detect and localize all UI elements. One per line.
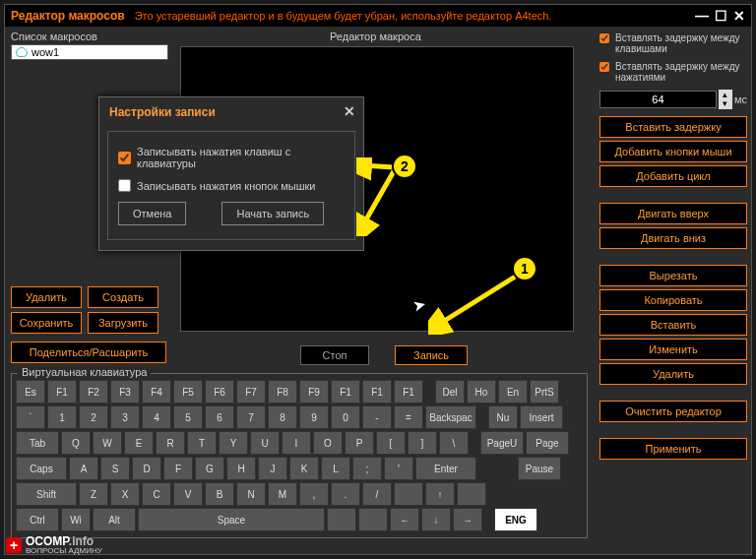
key-F8[interactable]: F8	[268, 380, 297, 404]
key-Wi[interactable]: Wi	[61, 508, 91, 531]
key-N[interactable]: N	[236, 482, 266, 506]
key-F1[interactable]: F1	[394, 380, 423, 404]
key-↑[interactable]: ↑	[425, 482, 455, 506]
key-Ctrl[interactable]: Ctrl	[16, 508, 59, 531]
dialog-close-icon[interactable]: ✕	[344, 103, 355, 119]
key-E[interactable]: E	[124, 431, 154, 455]
start-record-button[interactable]: Начать запись	[221, 202, 324, 225]
key-/[interactable]: /	[362, 482, 392, 506]
key-;[interactable]: ;	[352, 457, 382, 480]
create-button[interactable]: Создать	[88, 286, 158, 308]
key-F9[interactable]: F9	[299, 380, 329, 404]
add-mouse-button[interactable]: Добавить кнопки мыши	[599, 141, 747, 162]
insert-delay-press-checkbox[interactable]: Вставлять задержку между нажатиями	[599, 61, 747, 83]
key-A[interactable]: A	[69, 457, 98, 480]
key-`[interactable]: `	[16, 405, 45, 429]
record-keyboard-checkbox[interactable]: Записывать нажатия клавиш с клавиатуры	[118, 146, 345, 169]
copy-button[interactable]: Копировать	[599, 289, 747, 311]
key-blank[interactable]	[394, 482, 423, 506]
delay-spinner[interactable]: ▴▾	[719, 90, 732, 109]
key-blank[interactable]	[327, 508, 356, 531]
key-T[interactable]: T	[187, 431, 217, 455]
key-Del[interactable]: Del	[435, 380, 465, 404]
stop-button[interactable]: Стоп	[300, 345, 369, 365]
key-2[interactable]: 2	[79, 405, 108, 429]
key-Alt[interactable]: Alt	[93, 508, 136, 531]
key-F4[interactable]: F4	[142, 380, 171, 404]
key-.[interactable]: .	[331, 482, 360, 506]
key-H[interactable]: H	[226, 457, 256, 480]
key-,[interactable]: ,	[299, 482, 329, 506]
key-F2[interactable]: F2	[79, 380, 108, 404]
key-7[interactable]: 7	[236, 405, 266, 429]
key-Z[interactable]: Z	[79, 482, 108, 506]
key-F6[interactable]: F6	[205, 380, 234, 404]
clear-editor-button[interactable]: Очистить редактор	[599, 401, 747, 422]
key-'[interactable]: '	[384, 457, 413, 480]
close-icon[interactable]: ✕	[733, 8, 745, 24]
key-Pause[interactable]: Pause	[518, 457, 561, 480]
key-U[interactable]: U	[250, 431, 280, 455]
key-P[interactable]: P	[345, 431, 374, 455]
cut-button[interactable]: Вырезать	[599, 265, 747, 286]
key-Caps[interactable]: Caps	[16, 457, 67, 480]
key-Tab[interactable]: Tab	[16, 431, 59, 455]
key-Page[interactable]: Page	[526, 431, 569, 455]
record-mouse-checkbox[interactable]: Записывать нажатия кнопок мышки	[118, 179, 345, 192]
move-down-button[interactable]: Двигать вниз	[599, 227, 747, 249]
key-G[interactable]: G	[195, 457, 224, 480]
key-F1[interactable]: F1	[331, 380, 360, 404]
insert-delay-keys-checkbox[interactable]: Вставлять задержку между клавишами	[599, 32, 747, 54]
key-→[interactable]: →	[453, 508, 482, 531]
delete-button[interactable]: Удалить	[11, 286, 82, 308]
key-F3[interactable]: F3	[110, 380, 140, 404]
key-↓[interactable]: ↓	[421, 508, 451, 531]
edit-button[interactable]: Изменить	[599, 339, 747, 360]
key-1[interactable]: 1	[47, 405, 77, 429]
key-S[interactable]: S	[100, 457, 130, 480]
delay-value-input[interactable]: 64	[599, 91, 717, 108]
key-L[interactable]: L	[321, 457, 350, 480]
key-Backspac[interactable]: Backspac	[425, 405, 476, 429]
macros-list[interactable]: wow1	[11, 44, 168, 60]
key-PageU[interactable]: PageU	[480, 431, 524, 455]
key-6[interactable]: 6	[205, 405, 234, 429]
key-[[interactable]: [	[376, 431, 406, 455]
checkbox-icon[interactable]	[599, 33, 609, 43]
right-delete-button[interactable]: Удалить	[599, 363, 747, 385]
move-up-button[interactable]: Двигать вверх	[599, 203, 747, 224]
apply-button[interactable]: Применить	[599, 438, 747, 460]
key-D[interactable]: D	[132, 457, 161, 480]
maximize-icon[interactable]: ☐	[715, 8, 727, 24]
key-R[interactable]: R	[156, 431, 185, 455]
key-K[interactable]: K	[289, 457, 319, 480]
key-9[interactable]: 9	[299, 405, 329, 429]
key-F[interactable]: F	[163, 457, 193, 480]
key-\[interactable]: \	[439, 431, 469, 455]
checkbox-icon[interactable]	[599, 62, 609, 72]
key-←[interactable]: ←	[390, 508, 419, 531]
save-button[interactable]: Сохранить	[11, 312, 82, 334]
key-][interactable]: ]	[408, 431, 437, 455]
key-Space[interactable]: Space	[138, 508, 325, 531]
key-=[interactable]: =	[394, 405, 423, 429]
key-Es[interactable]: Es	[16, 380, 45, 404]
key-C[interactable]: C	[142, 482, 171, 506]
key-B[interactable]: B	[205, 482, 234, 506]
key-W[interactable]: W	[93, 431, 122, 455]
insert-delay-button[interactable]: Вставить задержку	[599, 116, 747, 138]
macro-list-item[interactable]: wow1	[12, 45, 167, 59]
key-Insert[interactable]: Insert	[520, 405, 563, 429]
key-J[interactable]: J	[258, 457, 287, 480]
key-F1[interactable]: F1	[47, 380, 77, 404]
key-V[interactable]: V	[173, 482, 203, 506]
key-F5[interactable]: F5	[173, 380, 203, 404]
key-F1[interactable]: F1	[362, 380, 392, 404]
key-O[interactable]: O	[313, 431, 343, 455]
key-Shift[interactable]: Shift	[16, 482, 77, 506]
key-8[interactable]: 8	[268, 405, 297, 429]
key-3[interactable]: 3	[110, 405, 140, 429]
key-En[interactable]: En	[498, 380, 528, 404]
checkbox-icon[interactable]	[118, 152, 131, 164]
minimize-icon[interactable]: —	[695, 8, 709, 24]
